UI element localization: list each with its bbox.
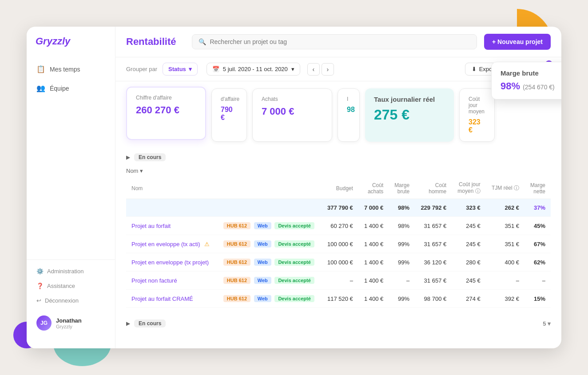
project-name-5: Projet au forfait CRAMÉ: [126, 290, 216, 308]
main-content: Rentabilité 🔍 + Nouveau projet Grouper p…: [115, 27, 561, 348]
sidebar-item-administration[interactable]: ⚙️ Administration: [31, 264, 111, 278]
search-input[interactable]: [210, 38, 470, 45]
project-tags-5: HUB 612 Web Devis accepté: [216, 290, 321, 308]
table-row: Projet au forfait CRAMÉ HUB 612 Web Devi…: [126, 290, 551, 308]
tag-hub-1: HUB 612: [223, 222, 250, 229]
budget-3: 100 000 €: [322, 253, 358, 271]
export-icon: ⬇: [472, 66, 477, 72]
tag-devis-3: Devis accepté: [274, 259, 314, 266]
table-area: ▶ En cours Nom ▾ Nom Budget Coûtachats M…: [115, 142, 561, 348]
logo: Gryzzly: [27, 36, 115, 60]
sidebar: Gryzzly 📋 Mes temps 👥 Équipe ⚙️ Administ…: [27, 27, 115, 348]
project-tags-2: HUB 612 Web Devis accepté: [216, 235, 321, 253]
stat-value-achats: 7 000 €: [262, 106, 323, 117]
tag-web-4: Web: [254, 277, 271, 284]
summary-cout-jour: 323 €: [452, 199, 486, 217]
nom-sort-label[interactable]: Nom ▾: [126, 168, 143, 174]
sidebar-item-deconnexion[interactable]: ↩ Déconnexion: [31, 294, 111, 307]
sidebar-bottom: ⚙️ Administration ❓ Assistance ↩ Déconne…: [27, 259, 115, 339]
stat-value-chiffre: 260 270 €: [136, 104, 196, 116]
stat-value-partial: 98: [347, 106, 350, 114]
tag-devis-4: Devis accepté: [274, 277, 314, 284]
tag-devis-1: Devis accepté: [274, 222, 314, 229]
tag-hub-3: HUB 612: [223, 259, 250, 266]
logout-icon: ↩: [36, 297, 41, 304]
col-header-budget: Budget: [322, 178, 358, 199]
stat-label-cout-jour-partial: Coût jour moyen: [469, 96, 485, 115]
tjm-3: 400 €: [486, 253, 524, 271]
group-name-en-cours-2: En cours: [134, 319, 166, 327]
tjm-2: 351 €: [486, 235, 524, 253]
stat-label-taux: Taux journalier réel: [374, 96, 445, 103]
cout-jour-1: 245 €: [452, 217, 486, 235]
project-link-5[interactable]: Projet au forfait CRAMÉ: [131, 295, 193, 302]
tag-hub-5: HUB 612: [223, 295, 250, 302]
stat-card-taux: Taux journalier réel 275 €: [365, 88, 454, 142]
date-range-picker[interactable]: 📅 5 juil. 2020 - 11 oct. 2020 ▾: [207, 63, 300, 76]
stat-card-chiffre2: d'affaire 790 €: [211, 88, 247, 142]
group-arrow-2-icon: ▶: [126, 321, 130, 327]
group-arrow-icon: ▶: [126, 155, 130, 160]
cout-achats-4: 1 400 €: [358, 271, 389, 290]
marge-nette-4: –: [524, 271, 551, 290]
prev-date-button[interactable]: ‹: [307, 63, 320, 76]
col-header-cout-homme: Coûthomme: [415, 178, 452, 199]
sidebar-nav: 📋 Mes temps 👥 Équipe: [27, 60, 115, 259]
project-name-3: Projet en enveloppe (tx projet): [126, 253, 216, 271]
team-icon: 👥: [36, 84, 45, 92]
group-header-en-cours-2[interactable]: ▶ En cours 5 ▾: [126, 315, 551, 332]
sidebar-item-mes-temps[interactable]: 📋 Mes temps: [31, 60, 111, 78]
group-header-en-cours-1[interactable]: ▶ En cours: [126, 149, 551, 166]
settings-icon: ⚙️: [36, 268, 44, 275]
stat-value-marge-brute: 98% (254 670 €): [501, 80, 561, 92]
status-label: Status: [168, 66, 186, 72]
sidebar-label-mes-temps: Mes temps: [50, 66, 80, 73]
stat-label-marge-brute: Marge brute: [501, 69, 561, 77]
col-header-tags: [216, 178, 321, 199]
sidebar-item-assistance[interactable]: ❓ Assistance: [31, 279, 111, 293]
marge-nette-5: 15%: [524, 290, 551, 308]
cout-homme-5: 98 700 €: [415, 290, 452, 308]
project-tags-1: HUB 612 Web Devis accepté: [216, 217, 321, 235]
cout-homme-4: 31 657 €: [415, 271, 452, 290]
cout-jour-3: 280 €: [452, 253, 486, 271]
budget-4: –: [322, 271, 358, 290]
tag-web-1: Web: [254, 222, 271, 229]
marge-nette-1: 45%: [524, 217, 551, 235]
project-link-1[interactable]: Projet au forfait: [131, 223, 171, 229]
col-header-marge-nette: Margenette: [524, 178, 551, 199]
search-icon: 🔍: [199, 38, 206, 45]
deconnexion-label: Déconnexion: [45, 297, 79, 304]
sidebar-item-equipe[interactable]: 👥 Équipe: [31, 80, 111, 97]
tag-hub-2: HUB 612: [223, 240, 250, 247]
new-project-button[interactable]: + Nouveau projet: [484, 34, 551, 50]
stat-label-achats: Achats: [262, 96, 323, 102]
summary-cout-homme: 229 792 €: [415, 199, 452, 217]
stat-label-ca2: d'affaire: [221, 96, 238, 102]
cout-achats-5: 1 400 €: [358, 290, 389, 308]
tag-hub-4: HUB 612: [223, 277, 250, 284]
summary-cout-achats: 7 000 €: [358, 199, 389, 217]
col-header-cout-achats: Coûtachats: [358, 178, 389, 199]
next-date-button[interactable]: ›: [322, 63, 334, 76]
date-nav: ‹ ›: [307, 63, 334, 76]
stat-card-chiffre-affaire: Chiffre d'affaire 260 270 €: [126, 87, 206, 140]
project-link-2[interactable]: Projet en eveloppe (tx acti): [131, 241, 200, 247]
budget-2: 100 000 €: [322, 235, 358, 253]
project-link-4[interactable]: Projet non facturé: [131, 277, 177, 284]
cout-achats-1: 1 400 €: [358, 217, 389, 235]
stat-value-cout-jour-partial: 323 €: [469, 118, 485, 134]
project-link-3[interactable]: Projet en enveloppe (tx projet): [131, 259, 209, 266]
table-row: Projet non facturé HUB 612 Web Devis acc…: [126, 271, 551, 290]
cout-homme-2: 31 657 €: [415, 235, 452, 253]
administration-label: Administration: [47, 268, 83, 275]
header: Rentabilité 🔍 + Nouveau projet: [115, 27, 561, 57]
stat-label-partial: I: [347, 96, 350, 102]
table-row: Projet en enveloppe (tx projet) HUB 612 …: [126, 253, 551, 271]
logo-text: Gryzzly: [36, 36, 70, 47]
date-range-text: 5 juil. 2020 - 11 oct. 2020: [223, 66, 288, 72]
marge-brute-2: 99%: [389, 235, 415, 253]
status-select[interactable]: Status ▾: [163, 63, 198, 76]
stat-value-taux: 275 €: [374, 107, 445, 123]
marge-nette-3: 62%: [524, 253, 551, 271]
